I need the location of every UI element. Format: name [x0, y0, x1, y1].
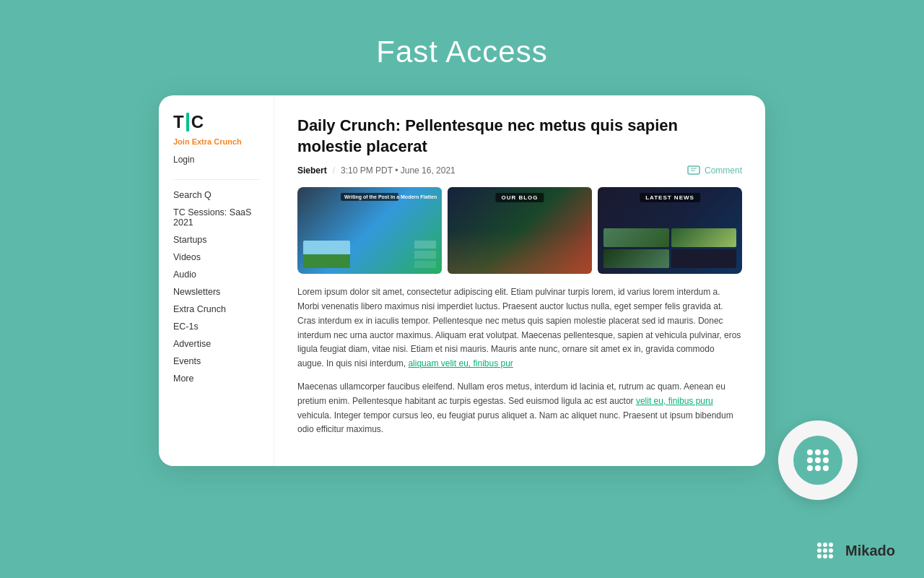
- article-title: Daily Crunch: Pellentesque nec metus qui…: [297, 116, 742, 157]
- article-body: Lorem ipsum dolor sit amet, consectetur …: [297, 285, 742, 437]
- article-link-2[interactable]: velit eu, finibus puru: [636, 396, 713, 406]
- widget-dot-1: [807, 449, 813, 455]
- mikado-dot-3: [829, 543, 833, 547]
- login-link[interactable]: Login: [173, 155, 259, 165]
- sidebar-item-startups[interactable]: Startups: [173, 235, 259, 245]
- article-image-strip: Writing of the Post in a Modern Flatten …: [297, 187, 742, 274]
- image-3-label: LATEST NEWS: [640, 193, 700, 202]
- mikado-dot-5: [823, 548, 827, 553]
- mikado-dot-1: [817, 543, 821, 547]
- join-extra-crunch-link[interactable]: Join Extra Crunch: [173, 137, 259, 146]
- image-1-thumb: [303, 241, 350, 268]
- sidebar-item-search[interactable]: Search Q: [173, 190, 259, 200]
- mikado-dot-4: [817, 548, 821, 553]
- image-3-grid: [603, 228, 736, 268]
- article-meta: Siebert / 3:10 PM PDT • June 16, 2021 Co…: [297, 165, 742, 176]
- sidebar: T C Join Extra Crunch Login Search Q TC …: [159, 95, 274, 466]
- widget-dot-9: [823, 465, 829, 471]
- article-image-3: LATEST NEWS: [598, 187, 742, 274]
- article-image-2: OUR BLOG: [448, 187, 592, 274]
- sidebar-item-newsletters[interactable]: Newsletters: [173, 287, 259, 297]
- mikado-dot-7: [817, 554, 821, 558]
- widget-dot-7: [807, 465, 813, 471]
- comment-button[interactable]: Comment: [687, 165, 742, 176]
- image-2-label: OUR BLOG: [495, 193, 544, 202]
- article-content: Daily Crunch: Pellentesque nec metus qui…: [274, 95, 765, 466]
- sidebar-item-events[interactable]: Events: [173, 356, 259, 366]
- mikado-dot-2: [823, 543, 827, 547]
- chat-widget[interactable]: [778, 420, 858, 500]
- article-date: 3:10 PM PDT • June 16, 2021: [341, 165, 456, 176]
- mikado-logo-icon: [812, 538, 838, 564]
- sidebar-item-more[interactable]: More: [173, 374, 259, 384]
- sidebar-nav: Search Q TC Sessions: SaaS 2021 Startups…: [173, 190, 259, 384]
- image-1-label: Writing of the Post in a Modern Flatten: [341, 193, 398, 201]
- article-para-2: Maecenas ullamcorper faucibus eleifend. …: [297, 380, 742, 437]
- sidebar-item-tc-sessions[interactable]: TC Sessions: SaaS 2021: [173, 207, 259, 228]
- image-2-bottom: [448, 230, 592, 274]
- mikado-dot-9: [829, 554, 833, 558]
- widget-dots-grid: [807, 449, 829, 471]
- sidebar-item-ec1s[interactable]: EC-1s: [173, 322, 259, 332]
- comment-label: Comment: [705, 165, 742, 176]
- mikado-dot-6: [829, 548, 833, 553]
- page-title: Fast Access: [0, 35, 924, 69]
- author-name: Siebert: [297, 165, 327, 176]
- main-card-wrapper: T C Join Extra Crunch Login Search Q TC …: [0, 95, 924, 466]
- sidebar-item-advertise[interactable]: Advertise: [173, 339, 259, 349]
- sidebar-item-audio[interactable]: Audio: [173, 269, 259, 280]
- article-meta-left: Siebert / 3:10 PM PDT • June 16, 2021: [297, 165, 456, 176]
- mikado-dot-8: [823, 554, 827, 558]
- tc-logo: T C: [173, 113, 259, 131]
- widget-dot-2: [815, 449, 821, 455]
- sidebar-divider: [173, 179, 259, 180]
- tc-c-letter: C: [191, 113, 204, 131]
- image-1-thumb-stack: [414, 241, 436, 268]
- sidebar-item-extra-crunch[interactable]: Extra Crunch: [173, 304, 259, 314]
- bottom-branding: Mikado: [812, 538, 895, 564]
- widget-inner: [793, 436, 842, 485]
- tc-t-letter: T: [173, 113, 184, 131]
- page-header: Fast Access: [0, 0, 924, 95]
- comment-icon: [687, 165, 700, 176]
- widget-dot-3: [823, 449, 829, 455]
- mikado-logo-dots: [817, 543, 833, 558]
- main-card: T C Join Extra Crunch Login Search Q TC …: [159, 95, 765, 466]
- article-link-1[interactable]: aliquam velit eu, finibus pur: [408, 358, 513, 368]
- widget-dot-5: [815, 457, 821, 463]
- tc-bar: [186, 113, 189, 131]
- mikado-brand-name: Mikado: [845, 543, 895, 559]
- sidebar-item-videos[interactable]: Videos: [173, 252, 259, 262]
- article-image-1: Writing of the Post in a Modern Flatten: [297, 187, 442, 274]
- widget-dot-8: [815, 465, 821, 471]
- widget-dot-6: [823, 457, 829, 463]
- meta-divider: /: [333, 165, 335, 176]
- article-para-1: Lorem ipsum dolor sit amet, consectetur …: [297, 285, 742, 371]
- widget-dot-4: [807, 457, 813, 463]
